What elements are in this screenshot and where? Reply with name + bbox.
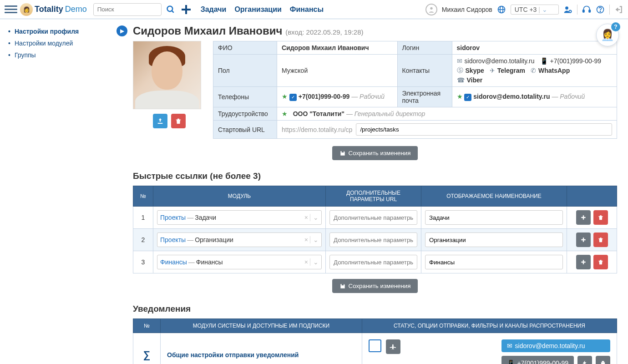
user-settings-icon[interactable]: [563, 5, 572, 14]
display-name-input[interactable]: [425, 233, 563, 247]
star-icon: ★: [282, 110, 288, 117]
add-icon[interactable]: [180, 3, 192, 16]
clear-icon[interactable]: ×: [303, 236, 310, 243]
app-header: 👩 Totality Demo Задачи Организации Финан…: [0, 0, 628, 19]
sidebar-item-groups[interactable]: Группы: [8, 49, 114, 61]
login-value: sidorov: [457, 44, 480, 51]
support-icon[interactable]: [582, 5, 591, 14]
table-row: 2Проекты—Организации×⌄: [133, 229, 617, 251]
svg-point-13: [600, 11, 600, 11]
notif-general-label[interactable]: Общие настройки отправки уведомлений: [167, 351, 299, 359]
add-row-button[interactable]: [576, 233, 591, 247]
delete-row-button[interactable]: [593, 210, 608, 225]
params-input[interactable]: [329, 255, 417, 269]
svg-point-8: [565, 6, 568, 10]
page-title: Сидоров Михаил Иванович (вход: 2022.05.2…: [133, 25, 617, 37]
main-content: Сидоров Михаил Иванович (вход: 2022.05.2…: [122, 19, 628, 364]
user-avatar-icon[interactable]: [425, 4, 437, 15]
notif-phone-chip[interactable]: 📱+7(001)999-00-99: [501, 356, 574, 364]
add-row-button[interactable]: [576, 210, 591, 225]
help-assistant-float[interactable]: 👩‍💼 ?: [596, 24, 619, 46]
email-icon: ✉: [457, 57, 462, 65]
user-name[interactable]: Михаил Сидоров: [442, 6, 492, 13]
table-row: 3Финансы—Финансы×⌄: [133, 251, 617, 273]
upload-photo-button[interactable]: [153, 114, 167, 128]
notif-enable-checkbox[interactable]: [369, 339, 381, 352]
save-button[interactable]: Сохранить изменения: [332, 146, 418, 160]
svg-rect-14: [158, 123, 163, 124]
sidebar-item-modules[interactable]: Настройки модулей: [8, 37, 114, 49]
module-select[interactable]: Финансы—Финансы×⌄: [157, 255, 322, 269]
star-icon: ★: [282, 93, 288, 100]
sidebar: Настройки профиля Настройки модулей Груп…: [0, 19, 122, 364]
module-select[interactable]: Проекты—Задачи×⌄: [157, 210, 322, 225]
add-row-button[interactable]: [576, 255, 591, 269]
save-icon: [339, 283, 346, 289]
display-name-input[interactable]: [425, 255, 563, 269]
delete-photo-button[interactable]: [171, 114, 186, 128]
search-icon[interactable]: [164, 3, 177, 16]
table-row: 1Проекты—Задачи×⌄: [133, 207, 617, 229]
params-input[interactable]: [329, 210, 417, 225]
search-input[interactable]: [93, 3, 162, 16]
nav-finance[interactable]: Финансы: [290, 5, 324, 14]
sigma-cell: ∑: [133, 333, 161, 364]
phone-icon: 📱: [507, 359, 515, 364]
profile-info-table: ФИО Сидоров Михаил Иванович Логин sidoro…: [213, 41, 617, 139]
display-name-input[interactable]: [425, 210, 563, 225]
svg-rect-22: [602, 361, 604, 362]
assistant-icon: 👩‍💼: [601, 29, 614, 41]
logo-name: Totality: [35, 5, 63, 14]
help-badge-icon: ?: [611, 22, 620, 31]
chevron-down-icon: ⌄: [310, 214, 319, 221]
fio-value: Сидоров Михаил Иванович: [282, 44, 369, 51]
delete-row-button[interactable]: [593, 233, 608, 247]
envelope-icon: ✉: [507, 342, 512, 349]
logo-mascot-icon: 👩: [20, 3, 33, 16]
chevron-down-icon: ⌄: [542, 6, 547, 13]
globe-icon[interactable]: [497, 5, 506, 14]
save-button-2[interactable]: Сохранить изменения: [332, 279, 418, 293]
airplane-mode-button[interactable]: [386, 339, 400, 354]
svg-line-1: [172, 10, 173, 12]
fax-button[interactable]: [596, 356, 610, 364]
sidebar-collapse-icon[interactable]: ▶: [116, 25, 127, 36]
params-input[interactable]: [329, 233, 417, 247]
viber-icon: ☎: [457, 76, 465, 84]
svg-point-0: [167, 6, 172, 11]
nav-tasks[interactable]: Задачи: [201, 5, 227, 14]
chevron-down-icon: ⌄: [310, 236, 319, 243]
clear-icon[interactable]: ×: [303, 214, 310, 221]
star-icon: ★: [457, 93, 463, 100]
verified-icon: ✓: [464, 94, 471, 101]
logo[interactable]: 👩 Totality Demo: [20, 3, 87, 16]
svg-rect-3: [182, 9, 191, 10]
svg-rect-10: [583, 10, 584, 12]
svg-rect-16: [581, 217, 585, 218]
header-right: Михаил Сидоров UTC +3|⌄: [425, 4, 623, 15]
clear-icon[interactable]: ×: [303, 258, 310, 266]
help-icon[interactable]: [596, 5, 605, 14]
nav-orgs[interactable]: Организации: [234, 5, 281, 14]
timezone-select[interactable]: UTC +3|⌄: [511, 5, 559, 15]
skype-icon: Ⓢ: [457, 66, 463, 75]
start-url-input[interactable]: [356, 123, 612, 136]
logout-icon[interactable]: [614, 5, 623, 14]
module-select[interactable]: Проекты—Организации×⌄: [157, 233, 322, 247]
contacts-list: ✉sidorov@demo.totality.ru 📱+7(001)999-00…: [457, 57, 612, 65]
chevron-down-icon: ⌄: [310, 258, 319, 266]
bolt-button[interactable]: [577, 356, 592, 364]
svg-point-9: [569, 10, 572, 12]
notif-email-chip[interactable]: ✉sidorov@demo.totality.ru: [501, 339, 610, 352]
sidebar-item-profile[interactable]: Настройки профиля: [8, 25, 114, 37]
menu-toggle[interactable]: [5, 3, 17, 16]
telegram-icon: ✈: [490, 67, 495, 74]
url-prefix: https://demo.totality.ru/cp: [282, 126, 352, 133]
notifications-heading: Уведомления: [133, 304, 617, 314]
delete-row-button[interactable]: [593, 255, 608, 269]
svg-rect-20: [581, 262, 585, 263]
whatsapp-icon: ✆: [531, 67, 536, 74]
sex-value: Мужской: [277, 55, 398, 87]
svg-rect-11: [589, 10, 590, 12]
svg-rect-21: [601, 362, 605, 364]
